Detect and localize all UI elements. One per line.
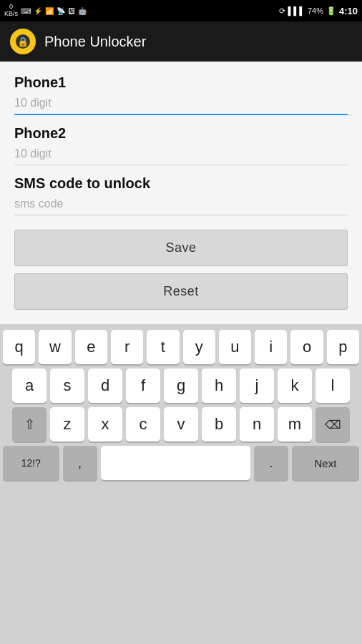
keyboard-row-4: 12!? , . Next <box>3 446 359 480</box>
status-right: ⟳ ▌▌▌ 74% 🔋 4:10 <box>279 6 358 16</box>
sms-label: SMS code to unlock <box>14 175 348 192</box>
key-t[interactable]: t <box>147 330 179 364</box>
key-h[interactable]: h <box>202 369 236 403</box>
keyboard-row-1: q w e r t y u i o p <box>3 330 359 364</box>
signal-icon: 📡 <box>57 7 65 15</box>
app-logo: 🔒 <box>10 29 36 54</box>
status-bar: 0KB/s ⌨ ⚡ 📶 📡 🖼 🤖 ⟳ ▌▌▌ 74% 🔋 4:10 <box>0 0 362 21</box>
key-p[interactable]: p <box>327 330 359 364</box>
logo-inner: 🔒 <box>16 34 30 49</box>
key-f[interactable]: f <box>126 369 160 403</box>
key-z[interactable]: z <box>50 407 84 441</box>
key-c[interactable]: c <box>126 407 160 441</box>
period-key[interactable]: . <box>254 446 288 480</box>
phone2-label: Phone2 <box>14 125 348 142</box>
numbers-key[interactable]: 12!? <box>3 446 59 480</box>
lock-icon: 🔒 <box>17 36 29 47</box>
keyboard-icon: ⌨ <box>21 7 31 15</box>
app-bar: 🔒 Phone Unlocker <box>0 21 362 62</box>
key-k[interactable]: k <box>278 369 312 403</box>
sms-input[interactable] <box>14 195 348 215</box>
key-m[interactable]: m <box>278 407 312 441</box>
phone1-label: Phone1 <box>14 74 348 91</box>
key-l[interactable]: l <box>315 369 350 403</box>
key-j[interactable]: j <box>240 369 274 403</box>
keyboard: q w e r t y u i o p a s d f g h j k l ⇧ … <box>0 324 362 644</box>
photo-icon: 🖼 <box>68 7 75 15</box>
android-icon: 🤖 <box>78 7 87 15</box>
key-g[interactable]: g <box>164 369 198 403</box>
key-r[interactable]: r <box>111 330 143 364</box>
key-d[interactable]: d <box>88 369 122 403</box>
key-b[interactable]: b <box>202 407 236 441</box>
usb-icon: ⚡ <box>34 7 42 15</box>
next-key[interactable]: Next <box>292 446 359 480</box>
shift-key[interactable]: ⇧ <box>12 407 47 441</box>
phone1-input[interactable] <box>14 94 348 115</box>
kb-indicator: 0KB/s <box>4 4 18 18</box>
battery-text: 74% <box>308 6 323 15</box>
reset-button[interactable]: Reset <box>14 273 348 310</box>
key-v[interactable]: v <box>164 407 198 441</box>
comma-key[interactable]: , <box>63 446 97 480</box>
backspace-key[interactable]: ⌫ <box>315 407 350 441</box>
status-left: 0KB/s ⌨ ⚡ 📶 📡 🖼 🤖 <box>4 4 87 18</box>
key-s[interactable]: s <box>50 369 84 403</box>
keyboard-row-2: a s d f g h j k l <box>3 369 359 403</box>
key-q[interactable]: q <box>3 330 35 364</box>
key-e[interactable]: e <box>75 330 107 364</box>
key-w[interactable]: w <box>39 330 71 364</box>
signal-bars: ▌▌▌ <box>288 6 305 15</box>
time-display: 4:10 <box>339 6 358 16</box>
key-n[interactable]: n <box>240 407 274 441</box>
key-a[interactable]: a <box>12 369 47 403</box>
wifi-icon: 📶 <box>45 7 54 15</box>
save-button[interactable]: Save <box>14 230 348 266</box>
key-u[interactable]: u <box>219 330 251 364</box>
battery-icon: 🔋 <box>326 6 336 16</box>
rotate-icon: ⟳ <box>279 6 285 16</box>
phone2-input[interactable] <box>14 145 348 165</box>
main-content: Phone1 Phone2 SMS code to unlock Save Re… <box>0 62 362 324</box>
space-key[interactable] <box>101 446 250 480</box>
key-x[interactable]: x <box>88 407 122 441</box>
key-o[interactable]: o <box>290 330 323 364</box>
button-row: Save Reset <box>14 230 348 310</box>
key-y[interactable]: y <box>183 330 215 364</box>
key-i[interactable]: i <box>255 330 287 364</box>
app-title: Phone Unlocker <box>44 34 146 50</box>
keyboard-row-3: ⇧ z x c v b n m ⌫ <box>3 407 359 441</box>
